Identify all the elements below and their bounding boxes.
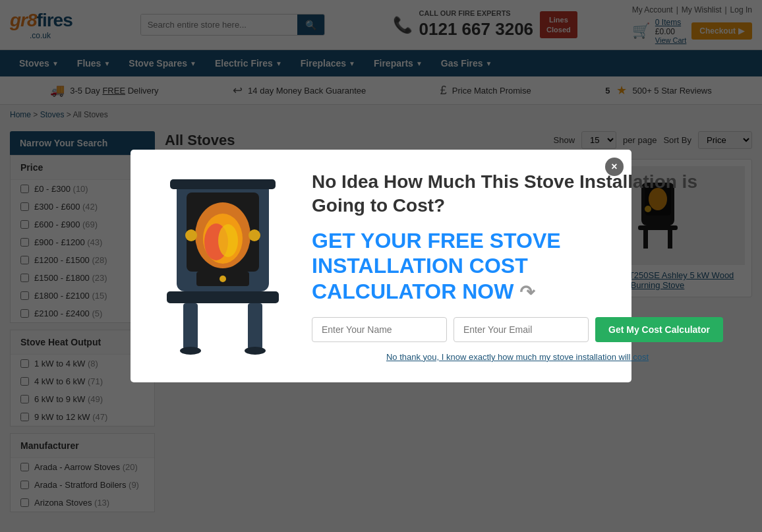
svg-point-29 <box>185 229 197 241</box>
modal-cta: GET YOUR FREE STOVE INSTALLATION COST CA… <box>312 228 723 304</box>
svg-rect-33 <box>248 303 262 349</box>
modal-cta-line3: CALCULATOR NOW <box>312 280 513 303</box>
modal-decline-link[interactable]: No thank you, I know exactly how much my… <box>312 352 723 362</box>
svg-rect-31 <box>167 291 279 303</box>
modal-cta-line1: GET YOUR FREE STOVE <box>312 229 561 252</box>
svg-point-34 <box>180 347 201 355</box>
name-input[interactable] <box>312 317 447 342</box>
modal-stove-image <box>150 169 295 363</box>
modal: × <box>131 150 631 382</box>
svg-point-35 <box>245 347 266 355</box>
modal-overlay[interactable]: × <box>0 0 762 525</box>
modal-title: No Idea How Much This Stove Installation… <box>312 170 723 218</box>
svg-rect-23 <box>170 179 276 189</box>
svg-rect-32 <box>183 303 198 349</box>
svg-point-30 <box>249 229 260 241</box>
svg-point-28 <box>218 224 238 257</box>
modal-cta-line2: INSTALLATION COST <box>312 254 528 278</box>
get-calculator-button[interactable]: Get My Cost Calculator <box>595 317 723 342</box>
svg-point-37 <box>220 276 226 282</box>
email-input[interactable] <box>454 317 589 342</box>
modal-form: Get My Cost Calculator <box>312 317 723 342</box>
modal-close-button[interactable]: × <box>605 158 624 176</box>
modal-content: No Idea How Much This Stove Installation… <box>312 170 723 362</box>
cta-arrow-icon: ↷ <box>519 282 535 303</box>
